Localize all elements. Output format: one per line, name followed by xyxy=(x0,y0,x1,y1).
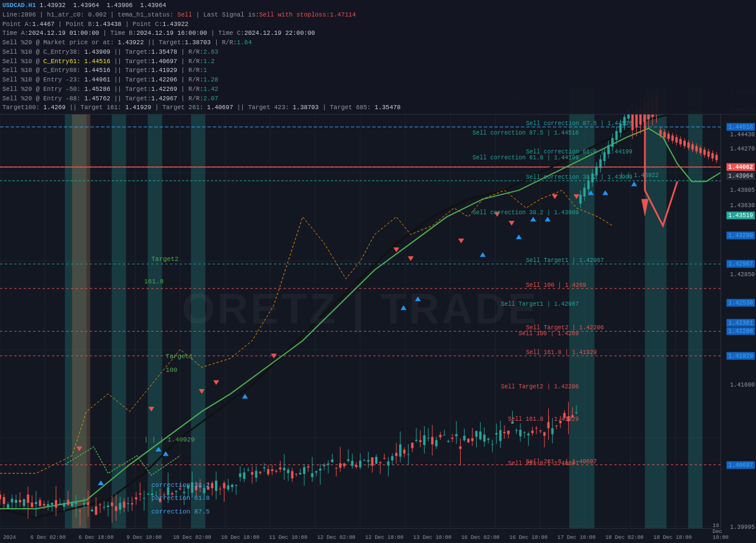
price-axis: 1.449001.447101.445161.444301.442701.440… xyxy=(721,89,756,528)
price-label: 1.44430 xyxy=(730,131,755,138)
header-line-4: Sell %20 @ Market price or at: 1.43922 |… xyxy=(2,38,754,48)
chart-container: USDCAD.H1 1.43932 1.43964 1.43906 1.4396… xyxy=(0,0,756,543)
header-line-8: Sell %10 @ Entry -23: 1.44961 || Target:… xyxy=(2,76,754,85)
time-label: 17 Dec 10:00 xyxy=(558,535,596,541)
time-label: 16 Dec 02:00 xyxy=(461,535,500,541)
price-label: 1.44516 xyxy=(726,123,755,131)
time-label: 6 Dec 02:00 xyxy=(31,535,66,541)
header-line-0: USDCAD.H1 1.43932 1.43964 1.43906 1.4396… xyxy=(2,1,754,11)
watermark: ORETZ | TRADE xyxy=(182,284,539,333)
price-label: 1.43519 xyxy=(726,211,755,219)
header-line-9: Sell %20 @ Entry -50: 1.45286 || Target:… xyxy=(2,85,754,94)
header-line-3: Time A:2024.12.19 01:00:00 | Time B:2024… xyxy=(2,29,754,38)
header-line-2: Point A:1.4467 | Point B:1.43438 | Point… xyxy=(2,20,754,30)
time-label: 6 Dec 18:00 xyxy=(79,535,113,541)
time-label: 5 Dec 2024 xyxy=(0,535,16,541)
price-label: 1.44270 xyxy=(730,145,755,152)
price-label: 1.42301 xyxy=(726,319,755,327)
time-label: 10 Dec 02:00 xyxy=(173,535,211,541)
price-label: 1.39995 xyxy=(730,524,755,530)
price-label: 1.43805 xyxy=(730,187,755,193)
time-label: 9 Dec 10:00 xyxy=(126,535,161,541)
header-line-7: Sell %10 @ C_Entry88: 1.44516 || Target:… xyxy=(2,66,754,76)
price-label: 1.43290 xyxy=(726,231,755,239)
header-line-11: Target100: 1.4269 || Target 161: 1.41929… xyxy=(2,103,754,113)
price-label: 1.43630 xyxy=(730,202,755,208)
price-label: 1.43964 xyxy=(726,172,755,179)
time-label: 16 Dec 18:00 xyxy=(509,535,548,541)
time-label: 13 Dec 10:00 xyxy=(413,535,452,541)
price-label: 1.42530 xyxy=(726,299,755,306)
time-label: 11 Dec 10:00 xyxy=(269,535,308,541)
time-label: 12 Dec 02:00 xyxy=(317,535,356,541)
price-label: 1.42850 xyxy=(730,271,755,277)
price-label: 1.42967 xyxy=(726,260,755,268)
time-label: 12 Dec 18:00 xyxy=(365,535,403,541)
time-label: 18 Dec 02:00 xyxy=(605,535,644,541)
header-line-1: Line:2896 | h1_atr_c0: 0.002 | tema_h1_s… xyxy=(2,11,754,20)
price-label: 1.41929 xyxy=(726,352,755,359)
time-label: 10 Dec 18:00 xyxy=(221,535,259,541)
header-line-6: Sell %10 @ C_Entry61: 1.44516 || Target:… xyxy=(2,57,754,67)
price-label: 1.44062 xyxy=(726,163,755,171)
price-label: 1.41600 xyxy=(730,382,755,388)
time-axis: 5 Dec 20246 Dec 02:006 Dec 18:009 Dec 10… xyxy=(0,528,721,543)
time-label: 19 Dec 10:00 xyxy=(712,523,728,541)
price-label: 1.42206 xyxy=(726,328,755,335)
chart-area: ORETZ | TRADE 0 New Sell wave started Se… xyxy=(0,89,721,528)
price-label: 1.40697 xyxy=(726,461,755,469)
info-panel: USDCAD.H1 1.43932 1.43964 1.43906 1.4396… xyxy=(0,0,756,115)
header-line-10: Sell %20 @ Entry -88: 1.45762 || Target:… xyxy=(2,94,754,104)
time-label: 18 Dec 18:00 xyxy=(653,535,692,541)
header-line-5: Sell %10 @ C_Entry38: 1.43909 || Target:… xyxy=(2,48,754,57)
